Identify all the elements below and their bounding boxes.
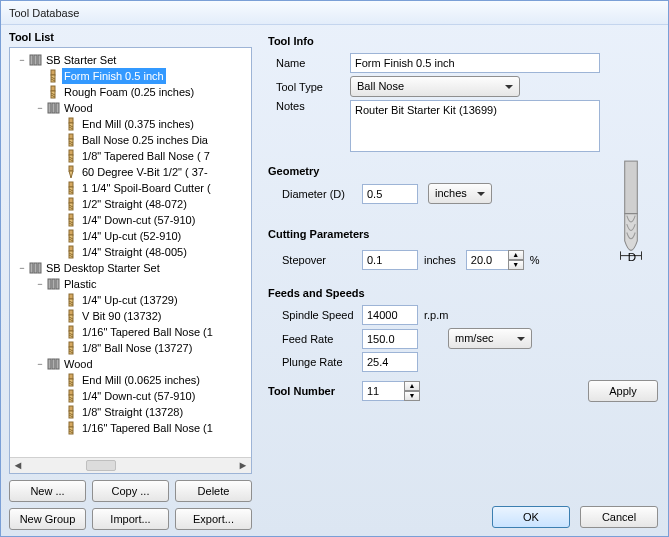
tree-end-mill-0625[interactable]: End Mill (0.0625 inches) [12,372,249,388]
diameter-input[interactable] [362,184,418,204]
tree-item-label: 1/8" Tapered Ball Nose ( 7 [80,148,212,164]
svg-rect-7 [51,86,55,91]
export-button[interactable]: Export... [175,508,252,530]
tree-toggle-icon[interactable]: − [34,276,46,292]
tree-item-label: SB Desktop Starter Set [44,260,162,276]
tree-item-label: 1/16" Tapered Ball Nose (1 [80,324,215,340]
svg-rect-26 [69,166,73,171]
svg-rect-88 [625,161,638,214]
tool-type-select[interactable]: Ball Nose [350,76,520,97]
tree-item-label: 1/4" Down-cut (57-910) [80,212,197,228]
tree-14-downcut-b[interactable]: 1/4" Down-cut (57-910) [12,388,249,404]
tree-toggle-icon[interactable]: − [34,356,46,372]
tree-ball-nose-13727[interactable]: 1/8" Ball Nose (13727) [12,340,249,356]
plunge-rate-input[interactable] [362,352,418,372]
svg-rect-47 [30,263,33,273]
svg-rect-50 [48,279,51,289]
svg-rect-18 [69,134,73,139]
tree-toggle-icon[interactable]: − [16,260,28,276]
tree-hscrollbar[interactable]: ◄► [10,457,251,473]
import-button[interactable]: Import... [92,508,169,530]
tree-12-straight[interactable]: 1/2" Straight (48-072) [12,196,249,212]
tree-item-label: Plastic [62,276,98,292]
tree-ball-nose-025[interactable]: Ball Nose 0.25 inches Dia [12,132,249,148]
svg-rect-0 [30,55,33,65]
svg-rect-1 [34,55,37,65]
tool-number-spinner[interactable]: ▲▼ [404,381,420,401]
bit-icon [64,293,78,307]
new-group-button[interactable]: New Group [9,508,86,530]
tree-rough-foam[interactable]: Rough Foam (0.25 inches) [12,84,249,100]
tree-upcut-13729[interactable]: 1/4" Up-cut (13729) [12,292,249,308]
copy-button[interactable]: Copy ... [92,480,169,502]
tree-item-label: 1/4" Straight (48-005) [80,244,189,260]
svg-rect-48 [34,263,37,273]
svg-rect-71 [56,359,59,369]
tool-type-label: Tool Type [262,81,350,93]
rate-units-select[interactable]: mm/sec [448,328,532,349]
apply-button[interactable]: Apply [588,380,658,402]
tool-tree[interactable]: −SB Starter SetForm Finish 0.5 inchRough… [9,47,252,474]
stepover-input[interactable] [362,250,418,270]
toolset-icon [28,53,42,67]
bit-icon [64,133,78,147]
svg-rect-80 [69,406,73,411]
new-button[interactable]: New ... [9,480,86,502]
tree-14-downcut[interactable]: 1/4" Down-cut (57-910) [12,212,249,228]
bit-icon [64,309,78,323]
stepover-pct-input[interactable] [466,250,508,270]
stepover-pct-spinner[interactable]: ▲▼ [508,250,524,270]
notes-textarea[interactable]: Router Bit Starter Kit (13699) [350,100,600,152]
tree-14-straight[interactable]: 1/4" Straight (48-005) [12,244,249,260]
tree-item-label: 1/8" Ball Nose (13727) [80,340,194,356]
tree-plastic[interactable]: −Plastic [12,276,249,292]
tree-wood-2[interactable]: −Wood [12,356,249,372]
bit-icon [46,85,60,99]
bit-icon [64,389,78,403]
svg-rect-53 [69,294,73,299]
tree-spoilboard[interactable]: 1 1/4" Spoil-Board Cutter ( [12,180,249,196]
svg-rect-57 [69,310,73,315]
tree-60-vbit[interactable]: 60 Degree V-Bit 1/2" ( 37- [12,164,249,180]
tree-end-mill-375[interactable]: End Mill (0.375 inches) [12,116,249,132]
tree-form-finish[interactable]: Form Finish 0.5 inch [12,68,249,84]
name-input[interactable] [350,53,600,73]
svg-rect-11 [48,103,51,113]
tree-tapered-116b[interactable]: 1/16" Tapered Ball Nose (1 [12,420,249,436]
tree-item-label: 1/4" Up-cut (52-910) [80,228,183,244]
diameter-units-select[interactable]: inches [428,183,492,204]
toolset-icon [46,277,60,291]
tree-sb-desktop[interactable]: −SB Desktop Starter Set [12,260,249,276]
tree-item-label: Wood [62,356,95,372]
tree-wood-1[interactable]: −Wood [12,100,249,116]
tree-item-label: Rough Foam (0.25 inches) [62,84,196,100]
toolset-icon [46,101,60,115]
tree-item-label: V Bit 90 (13732) [80,308,164,324]
delete-button[interactable]: Delete [175,480,252,502]
tree-tapered-18[interactable]: 1/8" Tapered Ball Nose ( 7 [12,148,249,164]
tree-sb-starter-set[interactable]: −SB Starter Set [12,52,249,68]
cancel-button[interactable]: Cancel [580,506,658,528]
svg-rect-65 [69,342,73,347]
ok-button[interactable]: OK [492,506,570,528]
tool-info-panel: Tool Info Name Tool Type Ball Nose Notes… [256,25,668,536]
svg-rect-49 [38,263,41,273]
svg-rect-69 [48,359,51,369]
tool-number-input[interactable] [362,381,404,401]
tree-14-upcut[interactable]: 1/4" Up-cut (52-910) [12,228,249,244]
tree-toggle-icon[interactable]: − [16,52,28,68]
tree-tapered-116a[interactable]: 1/16" Tapered Ball Nose (1 [12,324,249,340]
vbit-icon [64,165,78,179]
tree-vbit90[interactable]: V Bit 90 (13732) [12,308,249,324]
svg-rect-35 [69,214,73,219]
feed-rate-input[interactable] [362,329,418,349]
spindle-input[interactable] [362,305,418,325]
tool-database-window: Tool Database Tool List −SB Starter SetF… [0,0,669,537]
tree-toggle-icon[interactable]: − [34,100,46,116]
toolset-icon [46,357,60,371]
svg-rect-43 [69,246,73,251]
spindle-label: Spindle Speed [262,309,362,321]
bit-icon [64,117,78,131]
tree-18-straight[interactable]: 1/8" Straight (13728) [12,404,249,420]
tree-item-label: 1/8" Straight (13728) [80,404,185,420]
